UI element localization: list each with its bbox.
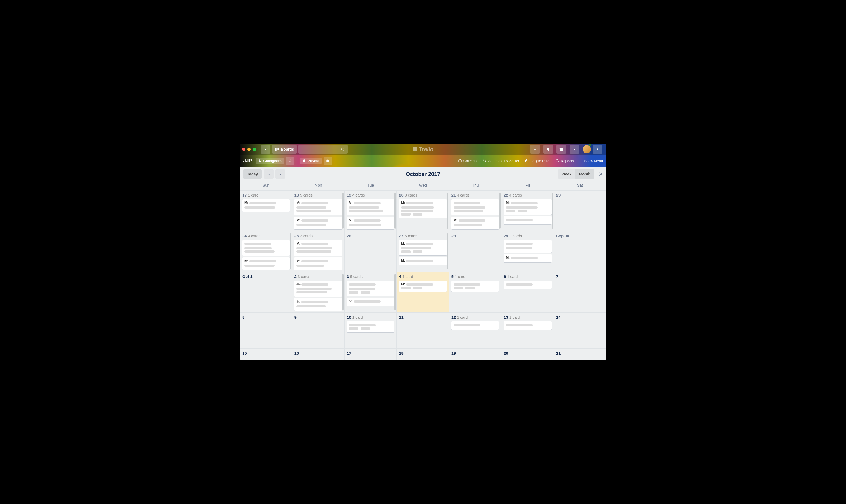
powerup-gdrive[interactable]: Google Drive [524, 159, 550, 163]
back-button[interactable] [261, 145, 270, 154]
day-number: 5 [452, 274, 454, 279]
calendar-day-cell[interactable]: 28 [449, 231, 501, 272]
calendar-day-cell[interactable]: 171 cardM: [240, 190, 292, 231]
calendar-day-cell[interactable]: 185 cardsM:M: [292, 190, 344, 231]
calendar-day-cell[interactable]: 252 cardsM:M: [292, 231, 344, 272]
calendar-day-cell[interactable]: 15 [240, 349, 292, 360]
calendar-card[interactable]: M: [294, 257, 342, 270]
minimize-window-icon[interactable] [247, 148, 251, 151]
appearance-button[interactable] [593, 145, 602, 154]
calendar-day-cell[interactable]: 275 cardsM:M: [397, 231, 449, 272]
calendar-card[interactable]: M: [347, 199, 394, 215]
calendar-day-cell[interactable]: 131 card [501, 313, 554, 349]
calendar-day-cell[interactable]: 194 cardsM:M: [345, 190, 397, 231]
trello-logo: Trello [412, 146, 434, 152]
calendar-day-cell[interactable]: Sep 30 [554, 231, 606, 272]
calendar-day-cell[interactable]: 41 cardM: [397, 272, 449, 313]
calendar-day-cell[interactable]: 21 [554, 349, 606, 360]
calendar-day-cell[interactable]: 292 cardsM: [501, 231, 554, 272]
calendar-card[interactable]: M: [294, 199, 342, 215]
calendar-card[interactable] [347, 321, 394, 332]
close-window-icon[interactable] [242, 148, 245, 151]
calendar-card[interactable]: M: [294, 240, 342, 256]
visibility-chip[interactable]: Private [300, 158, 321, 164]
board-title[interactable]: JJG [243, 158, 253, 164]
calendar-day-cell[interactable]: 9 [292, 313, 344, 349]
calendar-card[interactable] [452, 321, 499, 330]
calendar-day-cell[interactable]: 11 [397, 313, 449, 349]
calendar-card[interactable]: M: [294, 281, 342, 296]
calendar-day-cell[interactable]: 203 cardsM: [397, 190, 449, 231]
calendar-card[interactable]: M: [504, 254, 551, 263]
svg-rect-9 [327, 160, 329, 162]
calendar-card[interactable]: M: [294, 298, 342, 311]
maximize-window-icon[interactable] [253, 148, 256, 151]
day-number: Oct 1 [242, 274, 253, 279]
create-button[interactable] [530, 145, 540, 154]
calendar-card[interactable]: M: [347, 298, 394, 306]
boards-label: Boards [281, 147, 294, 151]
calendar-card[interactable]: M: [399, 240, 446, 255]
calendar-day-cell[interactable]: 101 card [345, 313, 397, 349]
calendar-day-cell[interactable]: 20 [501, 349, 554, 360]
boards-button[interactable]: Boards [272, 145, 297, 154]
calendar-day-cell[interactable]: 14 [554, 313, 606, 349]
calendar-card[interactable] [452, 199, 499, 215]
day-number: 18 [294, 193, 299, 197]
settings-button[interactable] [569, 145, 579, 154]
calendar-day-cell[interactable]: Oct 1 [240, 272, 292, 313]
calendar-card[interactable]: M: [504, 199, 551, 215]
star-button[interactable] [286, 157, 294, 165]
powerup-zapier[interactable]: Automate by Zapier [483, 159, 519, 163]
calendar-day-cell[interactable]: 51 card [449, 272, 501, 313]
calendar-card[interactable] [504, 321, 551, 330]
powerup-repeats[interactable]: Repeats [556, 159, 574, 163]
next-button[interactable] [275, 169, 285, 179]
calendar-day-cell[interactable]: 23 cardsM:M: [292, 272, 344, 313]
close-calendar-button[interactable]: × [599, 170, 603, 178]
user-avatar[interactable] [583, 145, 591, 153]
calendar-card[interactable] [504, 281, 551, 289]
calendar-card[interactable]: M: [294, 217, 342, 229]
team-chip[interactable]: Gallaghers [255, 158, 284, 164]
calendar-day-cell[interactable]: 18 [397, 349, 449, 360]
calendar-day-cell[interactable]: 224 cardsM: [501, 190, 554, 231]
powerup-calendar[interactable]: Calendar [458, 159, 478, 163]
today-button[interactable]: Today [243, 169, 262, 179]
calendar-card[interactable] [347, 281, 394, 296]
calendar-day-cell[interactable]: 214 cardsM: [449, 190, 501, 231]
calendar-card[interactable]: M: [347, 217, 394, 229]
calendar-card[interactable]: M: [399, 199, 446, 218]
briefcase-button[interactable] [557, 145, 566, 154]
card-count: 4 cards [457, 193, 470, 197]
calendar-day-cell[interactable]: 121 card [449, 313, 501, 349]
calendar-card[interactable] [504, 240, 551, 253]
calendar-card[interactable] [504, 216, 551, 224]
calendar-day-cell[interactable]: 19 [449, 349, 501, 360]
prev-button[interactable] [264, 169, 274, 179]
calendar-day-cell[interactable]: 8 [240, 313, 292, 349]
calendar-card[interactable]: M: [242, 257, 289, 270]
week-view-button[interactable]: Week [558, 169, 575, 179]
show-menu-button[interactable]: ⋯ Show Menu [579, 159, 603, 163]
calendar-card[interactable] [242, 240, 289, 256]
calendar-day-cell[interactable]: 26 [345, 231, 397, 272]
notifications-button[interactable] [543, 145, 553, 154]
calendar-card[interactable]: M: [242, 199, 289, 212]
calendar-day-cell[interactable]: 7 [554, 272, 606, 313]
calendar-card[interactable]: M: [399, 257, 446, 265]
month-view-button[interactable]: Month [575, 169, 595, 179]
calendar-card[interactable]: M: [399, 281, 446, 292]
dow-label: Tue [345, 183, 397, 187]
calendar-day-cell[interactable]: 244 cardsM: [240, 231, 292, 272]
calendar-day-cell[interactable]: 35 cardsM: [345, 272, 397, 313]
calendar-card[interactable] [452, 281, 499, 292]
search-button[interactable] [298, 145, 348, 154]
card-prefix: M: [244, 259, 248, 263]
calendar-day-cell[interactable]: 23 [554, 190, 606, 231]
calendar-day-cell[interactable]: 16 [292, 349, 344, 360]
calendar-day-cell[interactable]: 61 card [501, 272, 554, 313]
briefcase-board-button[interactable] [324, 157, 332, 165]
calendar-day-cell[interactable]: 17 [345, 349, 397, 360]
calendar-card[interactable]: M: [452, 217, 499, 229]
